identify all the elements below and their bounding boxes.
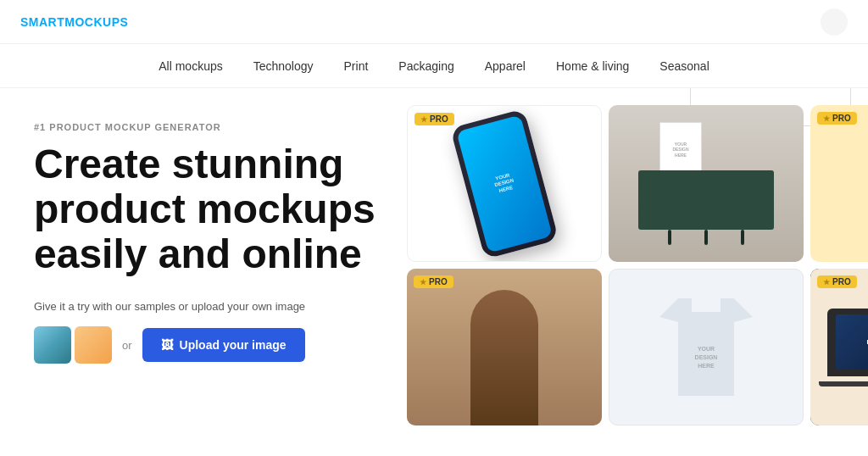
upload-button[interactable]: 🖼 Upload your image bbox=[142, 328, 305, 362]
nav-item-home-living[interactable]: Home & living bbox=[556, 59, 629, 73]
hero-headline: Create stunning product mockups easily a… bbox=[34, 142, 407, 276]
laptop-group: YOURDESIGNHERE bbox=[819, 309, 868, 386]
interior-bg: YOURDESIGNHERE bbox=[609, 105, 804, 262]
cabinet-leg-left bbox=[668, 230, 671, 245]
mockup-card-interior[interactable]: YOURDESIGNHERE bbox=[609, 105, 804, 262]
sample-thumbnails[interactable] bbox=[34, 326, 112, 364]
mockup-grid: ★ PRO YOURDESIGNHERE YOURDESIGNH bbox=[407, 105, 868, 425]
upload-button-label: Upload your image bbox=[180, 338, 287, 352]
svg-text:HERE: HERE bbox=[698, 363, 715, 369]
headline-line2: product mockups bbox=[34, 186, 376, 231]
pro-badge-person: ★ PRO bbox=[414, 275, 453, 288]
cabinet-group bbox=[638, 170, 774, 245]
cabinet-leg-center bbox=[704, 230, 708, 245]
wall-art-placeholder: YOURDESIGNHERE bbox=[659, 122, 702, 177]
nav-item-technology[interactable]: Technology bbox=[253, 59, 314, 73]
cabinet-legs bbox=[638, 230, 774, 245]
pro-star-icon-partial: ★ bbox=[823, 114, 830, 123]
pro-badge-label-person: PRO bbox=[429, 277, 448, 286]
pro-star-icon: ★ bbox=[420, 115, 427, 124]
main-nav: All mockups Technology Print Packaging A… bbox=[0, 44, 868, 88]
nav-item-packaging[interactable]: Packaging bbox=[398, 59, 453, 73]
tshirt-container: YOUR DESIGN HERE bbox=[609, 270, 803, 425]
mockup-card-person[interactable]: ★ PRO bbox=[407, 269, 602, 425]
wall-art-label: YOURDESIGNHERE bbox=[672, 142, 688, 158]
sample-thumb-2[interactable] bbox=[75, 326, 112, 364]
laptop-shape: YOURDESIGNHERE bbox=[827, 309, 868, 376]
nav-item-print[interactable]: Print bbox=[344, 59, 369, 73]
mockup-card-laptop[interactable]: ★ PRO YOURDESIGNHERE bbox=[810, 269, 868, 425]
pro-badge-laptop: ★ PRO bbox=[817, 275, 857, 288]
user-avatar[interactable] bbox=[821, 8, 848, 36]
upload-icon: 🖼 bbox=[161, 338, 173, 352]
header: SMARTMOCKUPS bbox=[0, 0, 868, 44]
mockup-card-phone[interactable]: ★ PRO YOURDESIGNHERE bbox=[407, 105, 602, 262]
pro-star-icon-laptop: ★ bbox=[823, 278, 830, 286]
pro-badge-label-laptop: PRO bbox=[832, 277, 851, 286]
tshirt-svg: YOUR DESIGN HERE bbox=[659, 298, 753, 396]
person-card-bg bbox=[407, 269, 602, 425]
sample-thumb-1[interactable] bbox=[34, 326, 71, 364]
laptop-card-bg: YOURDESIGNHERE bbox=[810, 269, 868, 425]
phone-screen-label: YOURDESIGNHERE bbox=[492, 171, 516, 196]
logo[interactable]: SMARTMOCKUPS bbox=[20, 15, 128, 29]
pro-badge-partial: ★ PRO bbox=[817, 112, 857, 125]
phone-mockup-wrapper: YOURDESIGNHERE bbox=[407, 105, 602, 262]
hero-subtitle: #1 Product Mockup Generator bbox=[34, 122, 407, 132]
laptop-base bbox=[819, 381, 868, 386]
pro-badge-phone: ★ PRO bbox=[415, 113, 454, 125]
main-content: #1 Product Mockup Generator Create stunn… bbox=[0, 88, 868, 456]
nav-item-all-mockups[interactable]: All mockups bbox=[159, 59, 222, 73]
mockup-card-laptop-partial[interactable]: ★ PRO bbox=[810, 105, 868, 262]
mockup-card-tshirt[interactable]: YOUR DESIGN HERE bbox=[609, 269, 804, 425]
nav-item-seasonal[interactable]: Seasonal bbox=[659, 59, 709, 73]
cabinet-leg-right bbox=[741, 230, 744, 245]
interior-mockup: YOURDESIGNHERE bbox=[609, 105, 804, 262]
pro-badge-label-partial: PRO bbox=[832, 114, 851, 123]
phone-shape: YOURDESIGNHERE bbox=[450, 108, 559, 259]
headline-line3: easily and online bbox=[34, 231, 362, 276]
svg-text:DESIGN: DESIGN bbox=[695, 354, 718, 360]
phone-screen: YOURDESIGNHERE bbox=[456, 114, 553, 253]
mockup-grid-panel: ★ PRO YOURDESIGNHERE YOURDESIGNH bbox=[407, 88, 868, 456]
pro-badge-label: PRO bbox=[430, 114, 448, 124]
cta-row: or 🖼 Upload your image bbox=[34, 326, 407, 364]
tshirt-wrapper: YOUR DESIGN HERE bbox=[609, 270, 803, 425]
cabinet-body bbox=[638, 170, 774, 230]
laptop-screen: YOURDESIGNHERE bbox=[836, 314, 868, 370]
person-silhouette bbox=[470, 290, 538, 425]
headline-line1: Create stunning bbox=[34, 142, 343, 186]
nav-item-apparel[interactable]: Apparel bbox=[485, 59, 526, 73]
pro-star-icon-person: ★ bbox=[420, 278, 426, 286]
hero-panel: #1 Product Mockup Generator Create stunn… bbox=[0, 88, 407, 456]
svg-text:YOUR: YOUR bbox=[698, 346, 715, 352]
or-label: or bbox=[122, 339, 132, 352]
cta-description: Give it a try with our samples or upload… bbox=[34, 300, 407, 313]
